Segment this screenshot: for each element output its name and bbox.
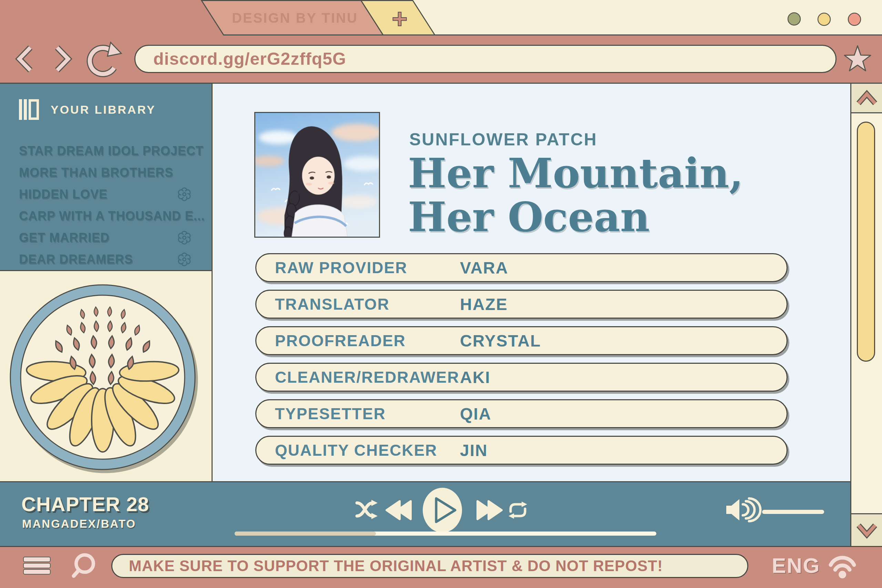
sidebar-item-label: GET MARRIED bbox=[19, 231, 177, 245]
library-title: YOUR LIBRARY bbox=[51, 103, 156, 116]
shuffle-icon[interactable] bbox=[357, 503, 373, 516]
refresh-arrowhead bbox=[108, 42, 121, 56]
browser-window: DESIGN BY TINU + discord.gg/erG2zffq5G Y bbox=[0, 0, 882, 588]
status-bar: MAKE SURE TO SUPPORT THE ORIGINAL ARTIST… bbox=[0, 546, 882, 588]
credit-name: CRYSTAL bbox=[460, 332, 541, 350]
bookmark-star-icon[interactable] bbox=[844, 46, 871, 70]
scroll-down-button[interactable] bbox=[851, 513, 882, 546]
progress-played bbox=[235, 531, 376, 536]
credit-row-proofreader: PROOFREADER CRYSTAL bbox=[255, 326, 788, 355]
credit-name: JIN bbox=[460, 441, 488, 460]
flower-icon bbox=[177, 187, 192, 202]
sidebar-item-more-than-brothers[interactable]: MORE THAN BROTHERS bbox=[0, 162, 212, 183]
player-bar: CHAPTER 28 MANGADEX/BATO bbox=[0, 481, 850, 546]
group-name: SUNFLOWER PATCH bbox=[409, 129, 597, 150]
volume-icon[interactable] bbox=[726, 498, 760, 521]
sidebar-item-label: MORE THAN BROTHERS bbox=[19, 165, 192, 180]
sidebar-item-dear-dreamers[interactable]: DEAR DREAMERS bbox=[0, 248, 212, 270]
series-title-line2: Her Ocean bbox=[408, 195, 743, 239]
back-icon[interactable] bbox=[19, 48, 30, 70]
tabstrip-left-fill bbox=[0, 0, 224, 36]
forward-icon[interactable] bbox=[57, 48, 68, 70]
support-banner: MAKE SURE TO SUPPORT THE ORIGINAL ARTIST… bbox=[111, 554, 748, 578]
browser-toolbar: discord.gg/erG2zffq5G bbox=[0, 36, 882, 84]
cover-art bbox=[254, 112, 380, 238]
credit-row-quality-checker: QUALITY CHECKER JIN bbox=[255, 436, 788, 465]
scroll-up-button[interactable] bbox=[851, 84, 882, 113]
series-title: Her Mountain, Her Ocean bbox=[408, 151, 743, 239]
sidebar-library: YOUR LIBRARY STAR DREAM IDOL PROJECT MOR… bbox=[0, 84, 213, 271]
credit-name: HAZE bbox=[460, 295, 508, 314]
tab-strip: DESIGN BY TINU + bbox=[0, 0, 882, 36]
main-content: SUNFLOWER PATCH Her Mountain, Her Ocean … bbox=[214, 84, 850, 481]
progress-bar[interactable] bbox=[235, 531, 656, 536]
sidebar-item-label: CARP WITH A THOUSAND E... bbox=[19, 209, 205, 223]
search-icon[interactable] bbox=[74, 555, 93, 576]
tab-title: DESIGN BY TINU bbox=[232, 10, 358, 26]
sidebar-item-label: DEAR DREAMERS bbox=[19, 252, 177, 267]
traffic-light-yellow[interactable] bbox=[818, 13, 830, 26]
credit-row-translator: TRANSLATOR HAZE bbox=[255, 290, 788, 319]
credit-role: CLEANER/REDRAWER bbox=[275, 368, 459, 387]
menu-icon[interactable] bbox=[23, 557, 50, 574]
shuffle-arrowhead bbox=[371, 500, 378, 506]
repeat-arrowhead bbox=[522, 501, 527, 507]
scrollbar-thumb[interactable] bbox=[857, 122, 875, 362]
traffic-light-green[interactable] bbox=[788, 13, 800, 25]
sunflower-logo bbox=[0, 271, 212, 480]
credit-name: AKI bbox=[460, 368, 490, 387]
volume-slider[interactable] bbox=[762, 510, 824, 514]
rewind-icon[interactable] bbox=[387, 501, 411, 519]
url-text: discord.gg/erG2zffq5G bbox=[153, 49, 346, 69]
credits-list: RAW PROVIDER VARA TRANSLATOR HAZE PROOFR… bbox=[255, 253, 788, 472]
traffic-light-pink[interactable] bbox=[848, 13, 861, 26]
flower-icon bbox=[177, 252, 192, 267]
repeat-arrowhead bbox=[508, 513, 514, 519]
credit-role: TYPESETTER bbox=[275, 404, 386, 423]
credit-row-typesetter: TYPESETTER QIA bbox=[255, 399, 788, 428]
scrollbar bbox=[850, 84, 882, 546]
credit-role: TRANSLATOR bbox=[275, 295, 390, 314]
credit-name: QIA bbox=[460, 404, 491, 423]
sidebar-item-carp-with-a-thousand[interactable]: CARP WITH A THOUSAND E... bbox=[0, 205, 212, 226]
sidebar-item-label: HIDDEN LOVE bbox=[19, 187, 177, 201]
credit-role: RAW PROVIDER bbox=[275, 258, 407, 277]
language-indicator[interactable]: ENG bbox=[772, 553, 820, 578]
flower-icon bbox=[177, 230, 192, 245]
credit-role: PROOFREADER bbox=[275, 332, 406, 350]
sidebar-item-hidden-love[interactable]: HIDDEN LOVE bbox=[0, 183, 212, 205]
credit-row-raw-provider: RAW PROVIDER VARA bbox=[255, 253, 788, 282]
address-bar[interactable]: discord.gg/erG2zffq5G bbox=[134, 45, 837, 73]
library-header: YOUR LIBRARY bbox=[19, 99, 156, 120]
chevron-up-icon bbox=[859, 94, 875, 104]
sidebar-item-label: STAR DREAM IDOL PROJECT bbox=[19, 144, 204, 158]
plus-icon[interactable]: + bbox=[392, 3, 408, 34]
play-button[interactable] bbox=[423, 488, 462, 532]
chevron-down-icon bbox=[859, 525, 875, 535]
library-icon bbox=[19, 99, 39, 120]
shuffle-arrowhead bbox=[371, 513, 378, 519]
credit-row-cleaner-redrawer: CLEANER/REDRAWER AKI bbox=[255, 363, 788, 392]
support-banner-text: MAKE SURE TO SUPPORT THE ORIGINAL ARTIST… bbox=[129, 557, 663, 574]
credit-name: VARA bbox=[460, 258, 508, 277]
sidebar-item-get-married[interactable]: GET MARRIED bbox=[0, 226, 212, 248]
sidebar-logo-panel bbox=[0, 271, 213, 481]
series-title-line1: Her Mountain, bbox=[408, 151, 743, 195]
fast-forward-icon[interactable] bbox=[477, 501, 502, 519]
sidebar-item-star-dream-idol-project[interactable]: STAR DREAM IDOL PROJECT bbox=[0, 140, 212, 162]
wifi-icon[interactable] bbox=[831, 558, 854, 578]
credit-role: QUALITY CHECKER bbox=[275, 441, 437, 459]
